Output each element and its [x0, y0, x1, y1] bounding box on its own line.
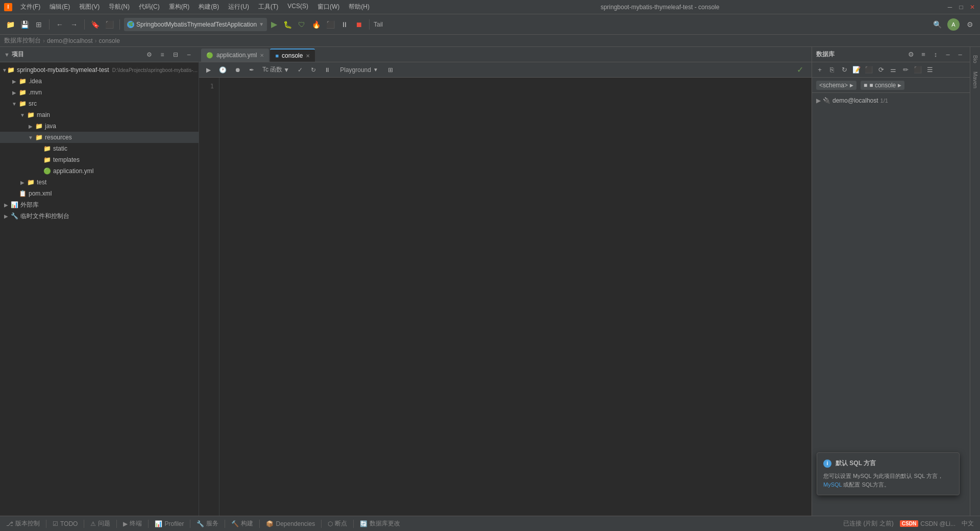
menu-tools[interactable]: 工具(T) [254, 2, 282, 12]
coverage-button[interactable]: 🛡 [296, 18, 308, 31]
tree-item-templates[interactable]: 📁 templates [0, 154, 199, 165]
status-build[interactable]: 🔨 构建 [229, 518, 255, 529]
menu-build[interactable]: 构建(B) [194, 2, 223, 12]
menu-window[interactable]: 窗口(W) [313, 2, 344, 12]
tree-item-idea[interactable]: ▶ 📁 .idea [0, 76, 199, 87]
db-close-icon[interactable]: – [954, 49, 966, 60]
more-run-icon[interactable]: ⬛ [324, 18, 336, 31]
status-services[interactable]: 🔧 服务 [194, 518, 220, 529]
tree-item-external-lib[interactable]: ▶ 📊 外部库 [0, 199, 199, 210]
db-add-icon[interactable]: + [814, 64, 825, 76]
check-button[interactable]: ✓ [295, 64, 306, 76]
status-terminal[interactable]: ▶ 终端 [121, 518, 144, 529]
tree-item-pom[interactable]: 📋 pom.xml [0, 188, 199, 199]
tree-root[interactable]: ▼ 📁 springboot-mybatis-thymeleaf-test D:… [0, 64, 199, 76]
breadcrumb-console[interactable]: console [99, 37, 120, 44]
tab-console[interactable]: ■ console ✕ [270, 49, 315, 62]
db-collapse-icon[interactable]: – [942, 49, 953, 60]
db-connection-item[interactable]: ▶ 🔌 demo@localhost 1/1 [812, 95, 970, 106]
db-settings-icon[interactable]: ⚙ [905, 49, 917, 60]
tab-console-close[interactable]: ✕ [306, 53, 310, 59]
tree-item-app-yml[interactable]: 🟢 application.yml [0, 165, 199, 177]
schema-selector[interactable]: <schema> ▶ [816, 81, 856, 90]
menu-run[interactable]: 运行(U) [224, 2, 253, 12]
status-breakpoints[interactable]: ⬡ 断点 [326, 518, 349, 529]
minimize-button[interactable]: ─ [946, 4, 953, 11]
profile-button[interactable]: 🔥 [310, 18, 322, 31]
close-button[interactable]: ✕ [969, 4, 976, 11]
menu-vcs[interactable]: VCS(S) [283, 2, 312, 12]
history-button[interactable]: 🕐 [216, 64, 230, 76]
stop-button[interactable]: ⏹ [353, 18, 365, 31]
status-git[interactable]: ⎇ 版本控制 [4, 518, 42, 529]
filter-panel-icon[interactable]: ≡ [157, 49, 168, 60]
menu-edit[interactable]: 编辑(E) [45, 2, 74, 12]
code-content[interactable] [219, 78, 812, 516]
save-icon[interactable]: 💾 [18, 18, 31, 31]
db-jump-icon[interactable]: ⬛ [912, 64, 923, 76]
collapse-all-icon[interactable]: ⊟ [170, 49, 181, 60]
db-compare-icon[interactable]: ⚌ [888, 64, 899, 76]
tree-item-java[interactable]: ▶ 📁 java [0, 120, 199, 132]
notification-mysql-link[interactable]: MySQL [823, 481, 842, 488]
db-filter2-icon[interactable]: ☰ [924, 64, 936, 76]
menu-code[interactable]: 代码(C) [135, 2, 164, 12]
db-sort-icon[interactable]: ↕ [930, 49, 941, 60]
grid-view-button[interactable]: ⊞ [385, 64, 396, 76]
reload-button[interactable]: ↻ [308, 64, 319, 76]
tree-item-resources[interactable]: ▼ 📁 resources [0, 132, 199, 143]
maximize-button[interactable]: □ [958, 4, 965, 11]
db-filter-icon[interactable]: ≡ [918, 49, 929, 60]
db-ddl-icon[interactable]: ⬛ [863, 64, 874, 76]
status-dependencies[interactable]: 📦 Dependencies [264, 519, 317, 528]
folder-icon[interactable]: 📁 [4, 18, 16, 31]
console-selector[interactable]: ■ ■ console ▶ [861, 81, 904, 90]
run-query-button[interactable]: ▶ [203, 64, 214, 76]
forward-icon[interactable]: → [68, 18, 80, 31]
tree-item-main[interactable]: ▼ 📁 main [0, 109, 199, 120]
tree-item-mvn[interactable]: ▶ 📁 .mvn [0, 87, 199, 98]
stop-query-button[interactable]: ⏺ [232, 64, 244, 76]
user-avatar[interactable]: A [947, 18, 960, 31]
menu-nav[interactable]: 导航(N) [105, 2, 134, 12]
pause-button[interactable]: ⏸ [338, 18, 351, 31]
settings-panel-icon[interactable]: ⚙ [143, 49, 155, 60]
format-button[interactable]: ✒ [246, 64, 257, 76]
db-properties-icon[interactable]: 📝 [851, 64, 862, 76]
minimize-panel-icon[interactable]: – [183, 49, 194, 60]
playground-button[interactable]: Playground ▼ [335, 64, 383, 76]
bio-strip-label[interactable]: Bio [971, 51, 979, 67]
tree-item-temp-console[interactable]: ▶ 🔧 临时文件和控制台 [0, 210, 199, 222]
db-duplicate-icon[interactable]: ⎘ [826, 64, 838, 76]
menu-file[interactable]: 文件(F) [16, 2, 44, 12]
status-todo[interactable]: ☑ TODO [51, 519, 80, 528]
menu-help[interactable]: 帮助(H) [345, 2, 374, 12]
panel-toggle-icon[interactable]: ▼ [4, 52, 10, 58]
menu-view[interactable]: 视图(V) [75, 2, 104, 12]
tree-item-src[interactable]: ▼ 📁 src [0, 98, 199, 109]
db-edit-icon[interactable]: ✏ [900, 64, 911, 76]
search-everywhere-icon[interactable]: 🔍 [931, 18, 943, 31]
db-refresh-icon[interactable]: ↻ [839, 64, 850, 76]
db-sync-icon[interactable]: ⟳ [875, 64, 887, 76]
tab-application-yml[interactable]: 🟢 application.yml ✕ [201, 49, 269, 62]
pause-editor-button[interactable]: ⏸ [321, 64, 333, 76]
run-button[interactable]: ▶ [269, 19, 279, 30]
status-db-changes[interactable]: 🔄 数据库更改 [358, 518, 402, 529]
menu-refactor[interactable]: 重构(R) [165, 2, 194, 12]
breadcrumb-localhost[interactable]: demo@localhost [47, 37, 93, 44]
tc-dropdown[interactable]: Tc 函数 ▼ [259, 64, 292, 76]
breadcrumb-db-control[interactable]: 数据库控制台 [4, 36, 41, 45]
debug-button[interactable]: 🐛 [281, 18, 293, 31]
language-selector[interactable]: 中文 [960, 518, 976, 529]
settings-icon[interactable]: ⚙ [964, 18, 976, 31]
tree-item-test[interactable]: ▶ 📁 test [0, 177, 199, 188]
back-icon[interactable]: ← [54, 18, 66, 31]
save-all-icon[interactable]: ⊞ [33, 18, 45, 31]
navigate-icon[interactable]: ⬛ [103, 18, 115, 31]
tree-item-static[interactable]: 📁 static [0, 143, 199, 154]
run-configuration[interactable]: 🌿 SpringbootMybatisThymeleafTestApplicat… [124, 18, 267, 31]
status-profiler[interactable]: 📊 Profiler [153, 519, 186, 528]
maven-strip-label[interactable]: Maven [971, 67, 979, 92]
status-problems[interactable]: ⚠ 问题 [88, 518, 112, 529]
